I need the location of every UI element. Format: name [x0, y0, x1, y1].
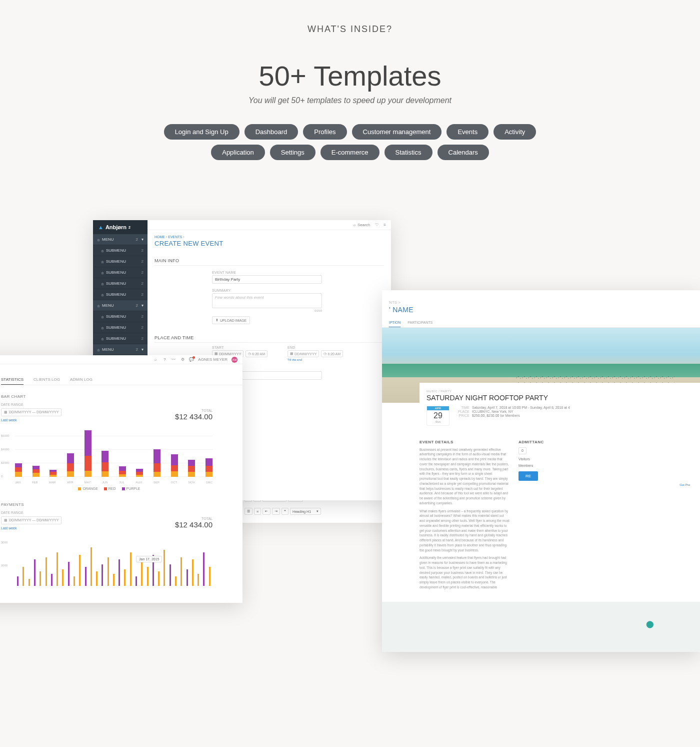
outdent-icon[interactable]: ⇤: [262, 508, 270, 515]
date-range-input[interactable]: ▦DD/MM/YYYY — DD/MM/YYYY: [1, 516, 62, 524]
date-range-input[interactable]: ▦DD/MM/YYYY — DD/MM/YYYY: [1, 408, 62, 416]
gear-icon[interactable]: ⚙: [180, 357, 185, 362]
tab-admin-log[interactable]: ADMIN LOG: [70, 377, 92, 385]
pill-activity[interactable]: Activity: [494, 124, 536, 140]
heading-select[interactable]: Heading H1▾: [290, 508, 321, 515]
date-range-label: DATE RANGE: [1, 511, 242, 514]
legend-swatch-orange: [78, 487, 81, 490]
menu-group[interactable]: MENU2▾: [93, 300, 148, 311]
legend-swatch-red: [104, 487, 107, 490]
menu-group[interactable]: MENU2▾: [93, 234, 148, 245]
list-ol-icon[interactable]: ≡: [254, 508, 261, 515]
crumb-events[interactable]: EVENTS: [168, 235, 182, 239]
upload-button[interactable]: ⬆UPLOAD IMAGE: [212, 316, 250, 324]
calendar-icon: ▦: [4, 518, 8, 522]
summary-label: SUMMARY: [212, 289, 384, 292]
submenu-item[interactable]: SUBMENU2: [93, 245, 148, 256]
submenu-item[interactable]: SUBMENU2: [93, 278, 148, 289]
indent-icon[interactable]: ⇥: [272, 508, 280, 515]
pill-profiles[interactable]: Profiles: [303, 124, 346, 140]
promo-link[interactable]: Got Pro: [518, 483, 700, 486]
tab-clients-log[interactable]: CLIENTS LOG: [34, 377, 60, 385]
event-meta: TIMESaturday, April 7, 2018 at 10:00 PM …: [456, 406, 570, 426]
pill-row: Login and Sign Up Dashboard Profiles Cus…: [135, 124, 565, 160]
section-place-time: PLACE AND TIME: [154, 335, 384, 340]
activity-icon[interactable]: 〰: [171, 357, 176, 362]
admittance-label: Members: [518, 464, 533, 467]
quote-icon[interactable]: ❝: [282, 508, 288, 515]
pill-customer[interactable]: Customer management: [352, 124, 442, 140]
submenu-item[interactable]: SUBMENU2: [93, 333, 148, 344]
end-date-input[interactable]: ▦DD/MM/YYYY: [288, 350, 319, 357]
pill-settings[interactable]: Settings: [270, 145, 316, 160]
mockup-statistics: ⌕ ? 〰 ⚙ 💬 AGNES MEYER AM STATISTICS CLIE…: [0, 355, 242, 603]
submenu-item[interactable]: SUBMENU2: [93, 267, 148, 278]
menu-group[interactable]: MENU2▾: [93, 344, 148, 355]
eyebrow: WHAT'S INSIDE?: [0, 24, 700, 35]
submenu-item[interactable]: SUBMENU2: [93, 256, 148, 267]
bar-chart-title: BAR CHART: [1, 394, 242, 399]
tab-statistics[interactable]: STATISTICS: [1, 377, 24, 385]
subtitle: You will get 50+ templates to speed up y…: [0, 96, 700, 105]
event-title: SATURDAY NIGHT ROOFTOP PARTY: [426, 394, 693, 402]
breadcrumb: NTS >: [382, 290, 700, 306]
search-input[interactable]: ⌕Search: [354, 223, 370, 227]
search-icon[interactable]: ⌕: [153, 357, 158, 362]
tabs: STATISTICS CLIENTS LOG ADMIN LOG: [1, 364, 242, 385]
pill-dashboard[interactable]: Dashboard: [244, 124, 298, 140]
user-name: AGNES MEYER: [198, 357, 228, 362]
payments-chart: 3000 2000 Jan 17, 2015: [1, 538, 242, 593]
star-icon: [97, 238, 100, 241]
details-paragraph: What makes flyers unrivaled – a frequent…: [420, 509, 510, 553]
help-icon[interactable]: ?: [162, 357, 167, 362]
till-end-link[interactable]: Till the end: [288, 358, 343, 361]
chevron-down-icon: ▾: [142, 237, 144, 242]
page-heading: CREATE NEW EVENT: [154, 240, 384, 247]
tab-participants[interactable]: PARTICIPANTS: [408, 321, 432, 327]
details-paragraph: Businesses at present had creatively gen…: [420, 447, 510, 506]
char-counter: 0/250: [212, 309, 322, 312]
qty-stepper[interactable]: 0: [518, 447, 526, 454]
tooltip: Jan 17, 2015: [136, 556, 162, 562]
crumb-home[interactable]: HOME: [154, 235, 165, 239]
details-paragraph: Additionally the unrivaled feature that …: [420, 555, 510, 589]
summary-textarea[interactable]: Few words about this event: [212, 293, 322, 308]
register-button[interactable]: RE: [518, 471, 538, 481]
pill-calendars[interactable]: Calendars: [438, 145, 489, 160]
end-time-input[interactable]: ◷6:20 AM: [321, 350, 343, 357]
bar-chart: 0$2000$4000$6000JANFEBMARAPRMAYJUNJULAUG…: [1, 429, 242, 484]
page-heading: ' NAME: [382, 306, 700, 314]
pill-events[interactable]: Events: [446, 124, 488, 140]
pill-login[interactable]: Login and Sign Up: [164, 124, 240, 140]
start-label: START: [212, 346, 268, 349]
submenu-item[interactable]: SUBMENU2: [93, 311, 148, 322]
legend: ORANGE RED PURPLE: [1, 487, 242, 490]
date-range-label: DATE RANGE: [1, 403, 242, 406]
pill-application[interactable]: Application: [211, 145, 265, 160]
bell-icon[interactable]: ♡: [375, 223, 378, 227]
chevron-down-icon: ▾: [142, 347, 144, 352]
event-name-input[interactable]: Birthday Party: [212, 275, 322, 284]
start-time-input[interactable]: ◷6:20 AM: [246, 350, 268, 357]
pill-ecommerce[interactable]: E-commerce: [320, 145, 380, 160]
star-icon: [101, 282, 104, 285]
chevron-down-icon: ▾: [142, 303, 144, 308]
event-name-label: EVENT NAME: [212, 271, 384, 274]
map[interactable]: ⬤: [382, 602, 700, 652]
clock-icon: ◷: [324, 352, 326, 356]
clock-icon: ◷: [248, 352, 251, 356]
submenu-item[interactable]: SUBMENU2: [93, 322, 148, 333]
payments-title: PAYMENTS: [1, 502, 242, 507]
date-badge: APR 29 Sun: [426, 406, 450, 426]
star-icon: [101, 326, 104, 329]
list-ul-icon[interactable]: ☰: [244, 508, 252, 515]
page-title: 50+ Templates: [0, 60, 700, 92]
admittance-row: 0: [518, 447, 700, 454]
submenu-item[interactable]: SUBMENU2: [93, 289, 148, 300]
tab-description[interactable]: IPTION: [389, 321, 400, 327]
chat-icon[interactable]: 💬: [189, 357, 194, 362]
pill-statistics[interactable]: Statistics: [384, 145, 432, 160]
avatar[interactable]: AM: [232, 357, 238, 363]
end-label: END: [288, 346, 343, 349]
menu-icon[interactable]: ≡: [384, 223, 386, 227]
